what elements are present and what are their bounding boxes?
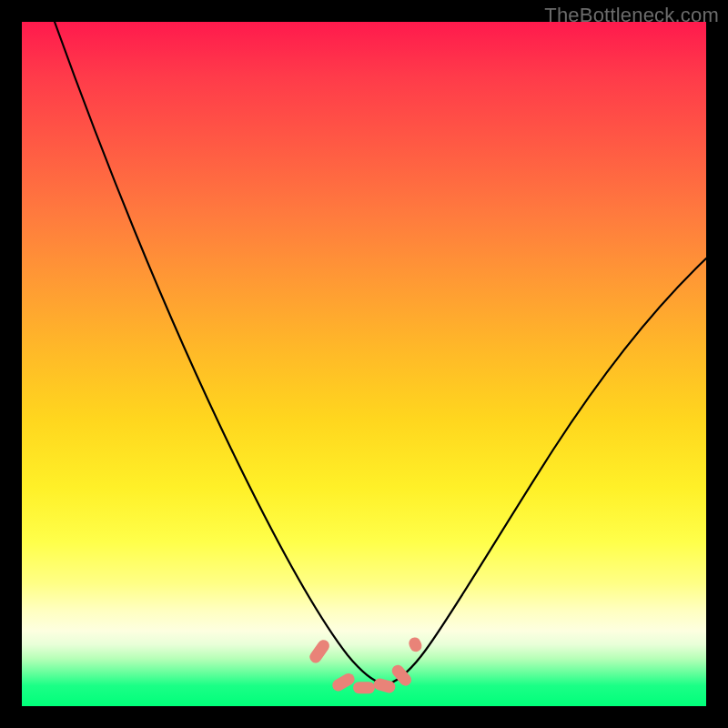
marker-group [308,635,424,694]
bottleneck-curve-left [55,22,384,684]
chart-frame: TheBottleneck.com [0,0,728,728]
valley-marker-5 [407,635,424,653]
curve-group [55,22,706,684]
watermark-text: TheBottleneck.com [544,4,719,27]
plot-area [22,22,706,706]
chart-svg [22,22,706,706]
valley-marker-1 [330,672,357,693]
bottleneck-curve-right [388,258,706,684]
valley-marker-0 [308,638,332,665]
valley-marker-3 [372,677,397,694]
valley-marker-2 [353,682,375,693]
